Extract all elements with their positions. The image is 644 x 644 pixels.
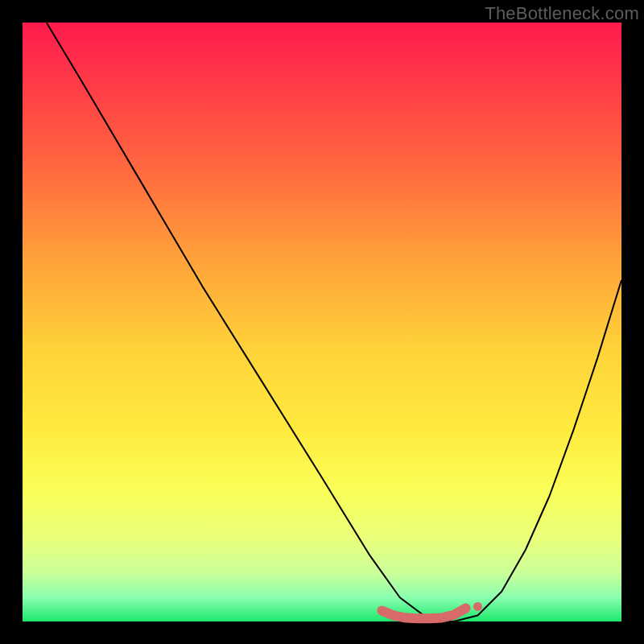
curve-layer	[23, 23, 621, 621]
chart-frame: TheBottleneck.com	[0, 0, 644, 644]
series-floor-segment	[382, 609, 465, 619]
series-left-curve	[47, 23, 454, 621]
plot-area	[23, 23, 621, 621]
watermark-text: TheBottleneck.com	[485, 3, 639, 24]
series-right-curve	[454, 280, 621, 621]
series-floor-dot	[473, 602, 482, 611]
